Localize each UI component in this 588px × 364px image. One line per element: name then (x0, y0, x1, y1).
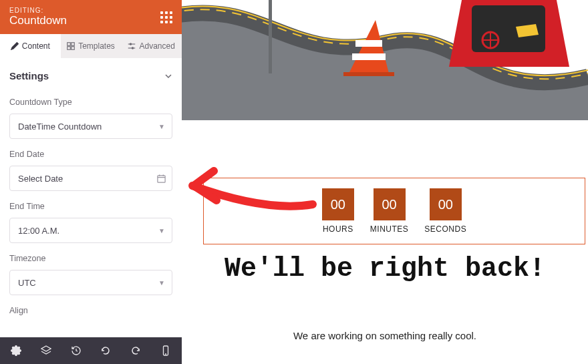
end-date-label: End Date (9, 150, 172, 159)
caret-down-icon: ▼ (158, 123, 165, 130)
undo-icon (100, 345, 111, 356)
undo-button[interactable] (95, 339, 117, 363)
redo-button[interactable] (125, 339, 147, 363)
tab-advanced[interactable]: Advanced (121, 34, 182, 58)
field-end-time: End Time 12:00 A.M. ▼ (9, 202, 172, 243)
minutes-label: MINUTES (370, 224, 409, 234)
end-date-input[interactable]: Select Date (9, 166, 172, 191)
timezone-label: Timezone (9, 254, 172, 263)
preview-canvas: 00 HOURS 00 MINUTES 00 SECONDS We'll be … (182, 0, 588, 364)
countdown-hours: 00 HOURS (322, 188, 354, 234)
pencil-icon (11, 42, 19, 50)
sidebar-header: EDITING: Countdown (0, 0, 182, 34)
field-timezone: Timezone UTC ▼ (9, 254, 172, 295)
countdown-type-select[interactable]: DateTime Countdown ▼ (9, 114, 172, 139)
hours-label: HOURS (323, 224, 353, 234)
chevron-down-icon (164, 72, 172, 80)
templates-icon (67, 42, 75, 50)
svg-rect-18 (352, 53, 386, 60)
section-title: Settings (9, 70, 49, 81)
field-countdown-type: Countdown Type DateTime Countdown ▼ (9, 98, 172, 139)
drag-handle-icon[interactable] (160, 11, 172, 23)
header-text: EDITING: Countdown (9, 7, 67, 27)
seconds-value: 00 (430, 188, 462, 220)
end-time-label: End Time (9, 202, 172, 211)
section-header[interactable]: Settings (9, 65, 172, 87)
settings-panel: Settings Countdown Type DateTime Countdo… (0, 58, 182, 364)
tab-templates[interactable]: Templates (61, 34, 122, 58)
minutes-value: 00 (374, 188, 406, 220)
timezone-value: UTC (18, 278, 36, 288)
layers-icon (41, 345, 51, 356)
timezone-select[interactable]: UTC ▼ (9, 270, 172, 295)
editor-tabs: Content Templates Advanced (0, 34, 182, 58)
countdown-widget[interactable]: 00 HOURS 00 MINUTES 00 SECONDS (203, 178, 585, 244)
responsive-button[interactable] (154, 339, 176, 363)
sliders-icon (128, 42, 136, 50)
end-date-value: Select Date (18, 174, 63, 184)
svg-rect-15 (269, 0, 272, 73)
svg-rect-1 (71, 43, 75, 46)
tab-content-label: Content (22, 41, 50, 51)
end-time-value: 12:00 A.M. (18, 226, 59, 236)
svg-point-7 (132, 47, 134, 49)
seconds-label: SECONDS (424, 224, 466, 234)
svg-rect-19 (343, 72, 394, 76)
gear-icon (11, 345, 21, 356)
field-end-date: End Date Select Date (9, 150, 172, 191)
history-icon (71, 345, 82, 356)
align-label: Align (9, 306, 172, 315)
countdown-type-value: DateTime Countdown (18, 122, 102, 132)
countdown-seconds: 00 SECONDS (424, 188, 466, 234)
field-align: Align (9, 306, 172, 315)
settings-button[interactable] (5, 339, 27, 363)
hero-illustration (182, 0, 588, 120)
hours-value: 00 (322, 188, 354, 220)
countdown-minutes: 00 MINUTES (370, 188, 409, 234)
svg-rect-0 (67, 43, 71, 46)
svg-rect-3 (71, 47, 75, 50)
svg-rect-8 (158, 175, 165, 182)
calendar-icon (156, 174, 166, 184)
page-subtext: We are working on something really cool. (184, 330, 585, 341)
svg-point-6 (130, 43, 132, 45)
tab-content[interactable]: Content (0, 34, 61, 58)
redo-icon (130, 345, 141, 356)
history-button[interactable] (65, 339, 87, 363)
caret-down-icon: ▼ (158, 279, 165, 287)
page-headline: We'll be right back! (184, 254, 585, 285)
editing-label: EDITING: (9, 7, 67, 14)
svg-rect-17 (355, 40, 382, 47)
editor-sidebar: EDITING: Countdown Content Templates Adv… (0, 0, 182, 364)
countdown-type-label: Countdown Type (9, 98, 172, 107)
svg-marker-12 (41, 346, 51, 351)
end-time-select[interactable]: 12:00 A.M. ▼ (9, 218, 172, 243)
tab-advanced-label: Advanced (139, 41, 174, 51)
bottom-toolbar (0, 337, 182, 364)
svg-rect-2 (67, 47, 71, 50)
mobile-icon (160, 345, 171, 356)
tab-templates-label: Templates (78, 41, 115, 51)
layers-button[interactable] (35, 339, 57, 363)
caret-down-icon: ▼ (158, 227, 165, 234)
widget-name: Countdown (9, 14, 67, 27)
